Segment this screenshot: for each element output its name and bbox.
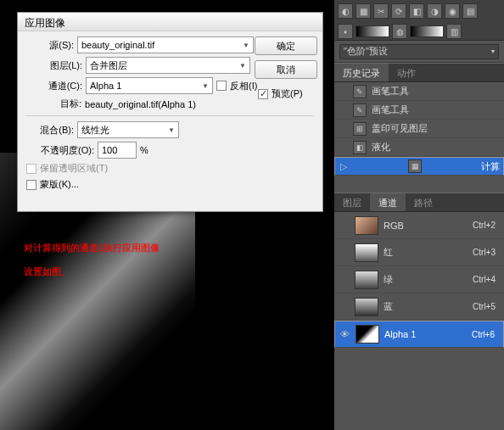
gradient-strip[interactable] — [410, 25, 444, 37]
annotation-line2: 设置如图。 — [24, 260, 160, 283]
channel-value: Alpha 1 — [90, 81, 121, 91]
tool-icon[interactable]: ◐ — [338, 3, 353, 19]
history-item-label: 盖印可见图层 — [372, 122, 428, 135]
history-step-icon: ✎ — [353, 103, 367, 117]
channel-thumbnail — [355, 298, 378, 316]
history-marker-icon: ▷ — [339, 161, 349, 172]
channel-shortcut: Ctrl+2 — [473, 221, 496, 230]
history-step-icon: ◧ — [353, 141, 367, 154]
swatch-icon[interactable]: ▪ — [338, 24, 353, 39]
mask-checkbox[interactable] — [26, 180, 36, 190]
tab-actions[interactable]: 动作 — [389, 64, 424, 81]
dropdown-arrow-icon: ▼ — [239, 62, 246, 70]
tab-layers[interactable]: 图层 — [334, 193, 370, 211]
apply-image-dialog: 应用图像 源(S): beauty_original.tif ▼ 图层(L): … — [17, 12, 323, 212]
tool-icon[interactable]: ◧ — [409, 3, 424, 19]
mask-label: 蒙版(K)... — [40, 178, 79, 191]
target-label: 目标: — [60, 98, 81, 110]
channel-shortcut: Ctrl+4 — [473, 275, 496, 284]
annotation-line1: 对计算得到的通道1执行应用图像 — [24, 236, 160, 260]
tool-icon[interactable]: ◉ — [445, 3, 460, 19]
history-step-icon: ⊞ — [353, 122, 367, 136]
channel-item[interactable]: 👁Alpha 1Ctrl+6 — [334, 321, 504, 348]
source-select[interactable]: beauty_original.tif ▼ — [77, 36, 254, 53]
opacity-label: 不透明度(O): — [26, 144, 94, 157]
opacity-input[interactable]: 100 — [98, 142, 137, 159]
history-item[interactable]: ✎画笔工具 — [334, 82, 504, 101]
top-toolbar: ◐ ▦ ✂ ⟳ ◧ ◑ ◉ ▤ ▪ ◍ ▥ — [334, 0, 504, 41]
channel-thumbnail — [355, 243, 378, 262]
preset-label: "色阶"预设 — [344, 45, 388, 58]
visibility-eye-icon[interactable]: 👁 — [339, 329, 350, 339]
preview-checkbox[interactable]: ✓ — [258, 89, 268, 99]
history-item-label: 画笔工具 — [372, 85, 409, 98]
levels-preset-bar: "色阶"预设 ▾ — [334, 41, 504, 63]
channel-name: RGB — [384, 221, 404, 231]
history-list: ✎画笔工具✎画笔工具⊞盖印可见图层◧液化▷▦计算 — [334, 82, 504, 176]
dropdown-arrow-icon: ▾ — [491, 47, 495, 55]
preserve-transparency-label: 保留透明区域(T) — [40, 162, 108, 175]
history-item-label: 画笔工具 — [372, 103, 409, 116]
ok-button[interactable]: 确定 — [255, 36, 317, 55]
layer-label: 图层(L): — [38, 59, 82, 72]
channel-shortcut: Ctrl+5 — [473, 302, 496, 311]
dialog-title: 应用图像 — [18, 13, 322, 31]
layer-select[interactable]: 合并图层 ▼ — [86, 57, 250, 74]
history-item-label: 计算 — [481, 160, 500, 173]
tool-icon[interactable]: ⟳ — [391, 3, 406, 19]
blend-value: 线性光 — [81, 124, 109, 137]
divider — [26, 115, 314, 116]
channel-item[interactable]: 绿Ctrl+4 — [334, 266, 504, 293]
tab-channels[interactable]: 通道 — [370, 193, 406, 211]
history-item[interactable]: ⊞盖印可见图层 — [334, 120, 504, 138]
dropdown-arrow-icon: ▼ — [202, 82, 209, 90]
source-label: 源(S): — [26, 39, 74, 52]
invert-checkbox[interactable] — [216, 81, 227, 91]
tool-icon[interactable]: ▥ — [446, 24, 462, 39]
source-value: beauty_original.tif — [81, 40, 154, 50]
channel-select[interactable]: Alpha 1 ▼ — [86, 77, 213, 94]
tool-icon[interactable]: ◍ — [392, 24, 407, 39]
channel-name: Alpha 1 — [384, 329, 416, 339]
channel-item[interactable]: 红Ctrl+3 — [334, 239, 504, 266]
cancel-button[interactable]: 取消 — [255, 60, 317, 79]
channel-name: 绿 — [384, 273, 393, 286]
preview-label: 预览(P) — [272, 87, 303, 100]
tool-icon[interactable]: ✂ — [373, 3, 389, 19]
layer-value: 合并图层 — [90, 59, 127, 72]
target-value: beauty_original.tif(Alpha 1) — [85, 99, 196, 109]
history-item[interactable]: ▷▦计算 — [334, 157, 504, 176]
history-panel: 历史记录 动作 ✎画笔工具✎画笔工具⊞盖印可见图层◧液化▷▦计算 — [334, 63, 504, 176]
dropdown-arrow-icon: ▼ — [168, 126, 175, 134]
opacity-unit: % — [140, 145, 148, 155]
ok-label: 确定 — [277, 40, 295, 53]
history-item[interactable]: ◧液化 — [334, 138, 504, 157]
dropdown-arrow-icon: ▼ — [243, 42, 249, 49]
history-step-icon: ✎ — [353, 85, 367, 98]
tab-paths[interactable]: 路径 — [406, 193, 441, 211]
history-item-label: 液化 — [372, 141, 390, 154]
channel-shortcut: Ctrl+3 — [473, 248, 496, 257]
channel-name: 红 — [384, 246, 393, 259]
invert-label: 反相(I) — [230, 80, 257, 92]
channel-item[interactable]: 蓝Ctrl+5 — [334, 293, 504, 321]
channels-list: RGBCtrl+2红Ctrl+3绿Ctrl+4蓝Ctrl+5👁Alpha 1Ct… — [334, 212, 504, 348]
channel-shortcut: Ctrl+6 — [472, 330, 495, 339]
right-panel-stack: ◐ ▦ ✂ ⟳ ◧ ◑ ◉ ▤ ▪ ◍ ▥ "色阶"预设 ▾ 历史记录 动作 ✎… — [334, 0, 504, 430]
tab-history[interactable]: 历史记录 — [334, 64, 389, 81]
cancel-label: 取消 — [277, 64, 295, 76]
channel-thumbnail — [356, 325, 379, 343]
history-step-icon: ▦ — [408, 159, 422, 173]
blend-label: 混合(B): — [26, 124, 74, 137]
gradient-strip[interactable] — [356, 25, 389, 37]
blend-select[interactable]: 线性光 ▼ — [77, 121, 179, 138]
preserve-transparency-checkbox — [26, 164, 36, 174]
tool-icon[interactable]: ▤ — [462, 3, 478, 19]
channel-name: 蓝 — [384, 300, 393, 313]
preset-select[interactable]: "色阶"预设 ▾ — [339, 44, 499, 59]
tool-icon[interactable]: ◑ — [427, 3, 442, 19]
history-item[interactable]: ✎画笔工具 — [334, 101, 504, 120]
channel-thumbnail — [355, 271, 378, 289]
tool-icon[interactable]: ▦ — [356, 3, 371, 19]
channel-item[interactable]: RGBCtrl+2 — [334, 212, 504, 239]
